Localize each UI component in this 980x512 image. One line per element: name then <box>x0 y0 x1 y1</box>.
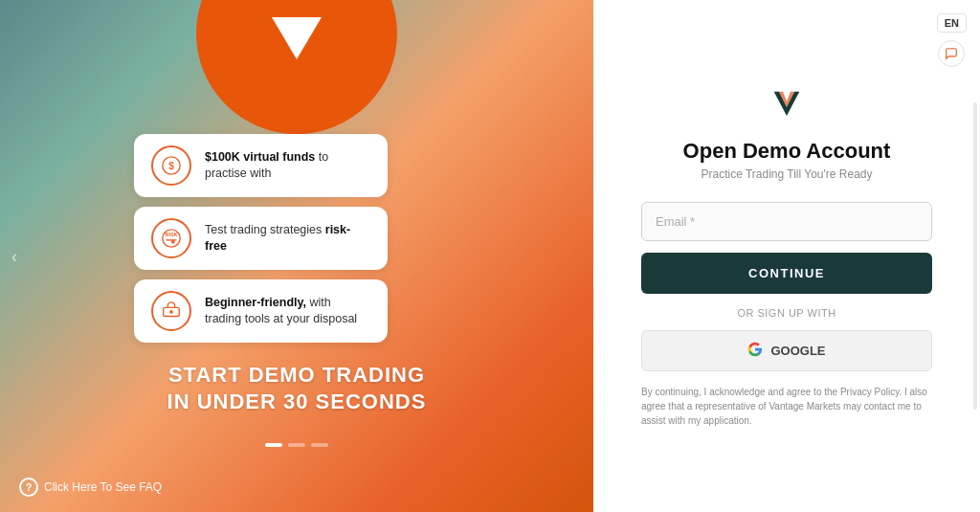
dot-1 <box>265 443 282 447</box>
dot-3 <box>311 443 328 447</box>
disclaimer-text: By continuing, I acknowledge and agree t… <box>641 385 932 428</box>
language-button[interactable]: EN <box>937 13 967 33</box>
cta-line1: START DEMO TRADING <box>168 363 425 387</box>
right-panel: EN Open Demo Account Practice Trading Ti… <box>593 0 980 512</box>
google-label: GOOGLE <box>770 344 825 358</box>
cta-line2: IN UNDER 30 SECONDS <box>167 390 427 413</box>
svg-text:$: $ <box>168 161 174 171</box>
feature-cards-container: $ $100K virtual funds to practise with R… <box>134 134 388 343</box>
nav-prev-button[interactable]: ‹ <box>11 246 17 266</box>
risk-free-icon: RISK <box>151 218 191 258</box>
logo-container <box>768 85 806 127</box>
virtual-funds-text: $100K virtual funds to practise with <box>205 149 370 183</box>
beginner-friendly-text: Beginner-friendly, with trading tools at… <box>205 295 370 328</box>
top-controls: EN <box>937 13 967 67</box>
form-title: Open Demo Account <box>683 139 891 164</box>
google-icon <box>747 342 763 360</box>
risk-free-text: Test trading strategies risk-free <box>205 222 370 256</box>
email-input[interactable] <box>641 202 932 241</box>
feature-card-risk-free: RISK Test trading strategies risk-free <box>134 207 388 270</box>
faq-button[interactable]: ? Click Here To See FAQ <box>19 478 162 497</box>
faq-label: Click Here To See FAQ <box>44 480 162 494</box>
beginner-friendly-icon <box>151 291 191 331</box>
svg-point-7 <box>169 310 173 314</box>
feature-card-beginner: Beginner-friendly, with trading tools at… <box>134 279 388 343</box>
feature-card-virtual-funds: $ $100K virtual funds to practise with <box>134 134 388 197</box>
nav-arrow-icon <box>272 17 322 59</box>
google-signup-button[interactable]: GOOGLE <box>641 330 932 371</box>
virtual-funds-icon: $ <box>151 145 191 186</box>
form-subtitle: Practice Trading Till You're Ready <box>701 167 872 181</box>
svg-text:RISK: RISK <box>165 232 177 237</box>
vantage-logo <box>768 85 806 123</box>
or-divider: OR SIGN UP WITH <box>737 307 835 319</box>
email-input-wrapper <box>641 202 932 241</box>
left-panel: $ $100K virtual funds to practise with R… <box>0 0 593 512</box>
faq-icon: ? <box>19 478 38 497</box>
dot-2 <box>288 443 305 447</box>
dots-indicator <box>0 443 593 447</box>
svg-point-5 <box>171 240 175 244</box>
cta-text: START DEMO TRADINGIN UNDER 30 SECONDS <box>0 362 593 416</box>
chat-button[interactable] <box>938 40 965 67</box>
continue-button[interactable]: CONTINUE <box>641 253 932 294</box>
